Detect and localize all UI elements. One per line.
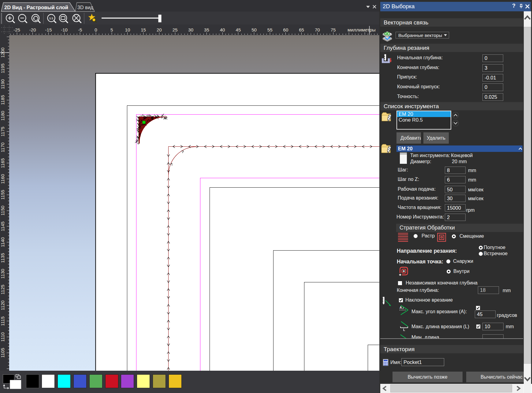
svg-text:15: 15 [141, 27, 146, 32]
svg-text:1120: 1120 [0, 300, 5, 310]
svg-text:70: 70 [315, 27, 320, 32]
svg-text:55: 55 [267, 27, 273, 32]
svg-text:10: 10 [125, 27, 130, 32]
svg-text:1160: 1160 [0, 174, 5, 184]
svg-text:0: 0 [95, 27, 97, 32]
svg-text:-10: -10 [61, 27, 68, 32]
svg-text:-20: -20 [29, 27, 36, 32]
svg-text:20: 20 [157, 27, 162, 32]
svg-text:30: 30 [188, 27, 193, 32]
svg-text:65: 65 [299, 27, 304, 32]
svg-text:1175: 1175 [0, 127, 5, 136]
svg-text:5: 5 [110, 27, 113, 32]
svg-text:40: 40 [220, 27, 225, 32]
svg-text:1110: 1110 [0, 332, 5, 342]
svg-text:1170: 1170 [0, 142, 5, 152]
svg-text:миллиметры: миллиметры [348, 27, 376, 32]
svg-text:1195: 1195 [0, 64, 5, 73]
svg-text:1165: 1165 [0, 158, 5, 168]
svg-text:1135: 1135 [0, 253, 5, 263]
svg-text:L: L [403, 328, 405, 332]
svg-text:1190: 1190 [0, 79, 5, 89]
svg-text:2D Вид - Растровый слой: 2D Вид - Растровый слой [4, 5, 68, 10]
svg-text:-15: -15 [45, 27, 52, 32]
svg-text:1125: 1125 [0, 285, 5, 294]
svg-text:50: 50 [251, 27, 257, 32]
svg-text:1:1: 1:1 [49, 17, 54, 20]
svg-text:1130: 1130 [0, 269, 5, 279]
svg-text:1145: 1145 [0, 222, 5, 231]
svg-text:1185: 1185 [0, 95, 5, 105]
svg-text:75: 75 [331, 27, 336, 32]
svg-text:-25: -25 [13, 27, 20, 32]
svg-text:1155: 1155 [0, 190, 5, 200]
svg-text:1150: 1150 [0, 206, 5, 215]
svg-text:-5: -5 [78, 27, 82, 32]
svg-text:1105: 1105 [0, 348, 5, 358]
svg-text:3D вид: 3D вид [77, 5, 93, 10]
svg-text:25: 25 [173, 27, 178, 32]
svg-text:1180: 1180 [0, 111, 5, 121]
svg-text:1115: 1115 [0, 316, 5, 326]
svg-text:1140: 1140 [0, 237, 5, 247]
svg-text:45: 45 [236, 27, 241, 32]
svg-text:35: 35 [204, 27, 209, 32]
svg-text:60: 60 [283, 27, 288, 32]
